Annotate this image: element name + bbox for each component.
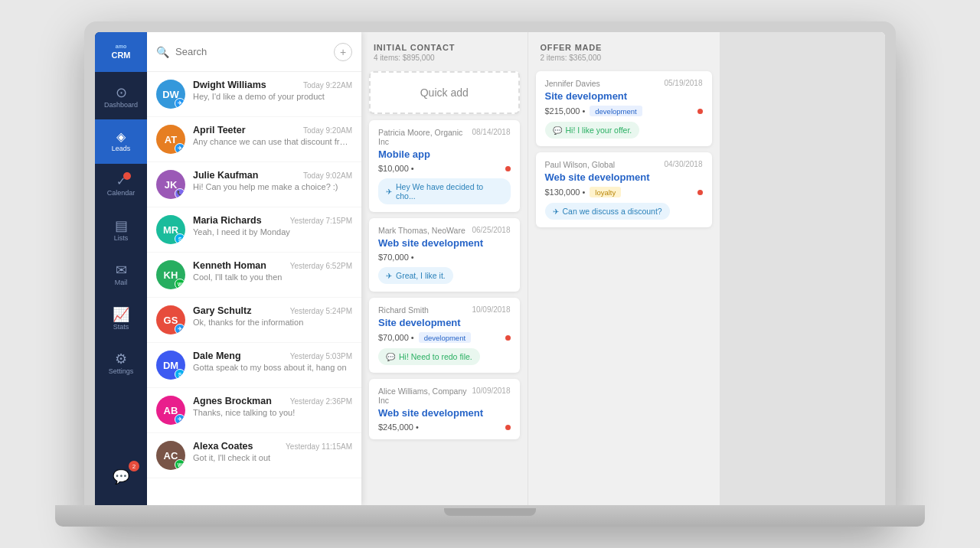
avatar: MR S [156, 215, 185, 244]
list-item[interactable]: AC W Alexa Coates Yesterday 11:15AM Got … [147, 433, 361, 478]
deal-date: 04/30/2018 [664, 160, 702, 168]
list-item[interactable]: KH W Kenneth Homan Yesterday 6:52PM Cool… [147, 253, 361, 298]
deal-card[interactable]: Alice Williams, Company Inc 10/09/2018 W… [369, 379, 520, 439]
col-title-initial-contact: INITIAL CONTACT [374, 43, 515, 52]
sidebar-item-mail[interactable]: ✉ Mail [95, 253, 147, 297]
deal-dot [505, 425, 511, 430]
stats-icon: 📈 [113, 308, 129, 321]
deal-dot [505, 166, 511, 171]
deal-card[interactable]: Paul Wilson, Global 04/30/2018 Web site … [536, 152, 712, 227]
message-time: Today 9:20AM [303, 126, 352, 135]
sidebar-label-dashboard: Dashboard [104, 102, 138, 109]
sidebar-label-stats: Stats [113, 324, 129, 331]
deal-card[interactable]: Patricia Moore, Organic Inc 08/14/2018 M… [369, 120, 520, 212]
deal-contact: Richard Smith [378, 305, 429, 315]
deal-message: ✈ Can we discuss a discount? [545, 203, 670, 220]
deal-dot [697, 190, 703, 195]
lists-icon: ▤ [115, 219, 128, 233]
quick-add-button[interactable]: Quick add [369, 71, 520, 114]
message-preview: Hey, I'd like a demo of your product [193, 92, 352, 101]
sidebar-label-lists: Lists [114, 235, 129, 242]
pipeline-col-initial-contact: INITIAL CONTACT 4 items: $895,000 Quick … [361, 32, 528, 505]
col-body-initial-contact: Quick add Patricia Moore, Organic Inc 08… [361, 68, 528, 505]
message-time: Yesterday 2:36PM [290, 397, 352, 406]
deal-amount: $215,000 • [545, 106, 586, 116]
message-preview: Ok, thanks for the information [193, 318, 352, 327]
deal-date: 06/25/2018 [472, 226, 510, 234]
message-time: Yesterday 6:52PM [290, 262, 352, 270]
message-body: Maria Richards Yesterday 7:15PM Yeah, I … [193, 215, 352, 236]
list-item[interactable]: MR S Maria Richards Yesterday 7:15PM Yea… [147, 207, 361, 253]
sidebar-label-settings: Settings [109, 368, 134, 375]
sidebar-item-dashboard[interactable]: ⊙ Dashboard [95, 75, 147, 119]
message-body: Dwight Williams Today 9:22AM Hey, I'd li… [193, 80, 352, 101]
deal-card[interactable]: Mark Thomas, NeoWare 06/25/2018 Web site… [369, 218, 520, 292]
search-input[interactable] [175, 46, 328, 57]
deal-title: Mobile app [378, 148, 511, 160]
deal-contact: Jennifer Davies [545, 79, 600, 88]
crm-app: amo CRM ⊙ Dashboard ◈ Leads ✓ [95, 32, 885, 505]
list-item[interactable]: GS ✈ Gary Schultz Yesterday 5:24PM Ok, t… [147, 298, 361, 343]
avatar: AC W [156, 441, 185, 470]
deal-title: Web site development [378, 407, 511, 419]
deal-card[interactable]: Jennifer Davies 05/19/2018 Site developm… [536, 71, 712, 146]
sidebar-item-chat[interactable]: 💬 2 [95, 455, 147, 499]
deal-contact: Paul Wilson, Global [545, 160, 616, 169]
message-badge: ✈ [175, 143, 185, 154]
sidebar-item-stats[interactable]: 📈 Stats [95, 297, 147, 341]
sidebar-item-settings[interactable]: ⚙ Settings [95, 341, 147, 386]
add-contact-button[interactable]: + [334, 43, 352, 61]
deal-amount: $130,000 • [545, 188, 586, 197]
sidebar-item-calendar[interactable]: ✓ Calendar [95, 164, 147, 208]
list-item[interactable]: JK 📞 Julie Kaufman Today 9:02AM Hi! Can … [147, 162, 361, 207]
message-header: 🔍 + [147, 32, 361, 72]
avatar: JK 📞 [156, 170, 185, 199]
col-header-initial-contact: INITIAL CONTACT 4 items: $895,000 [361, 32, 528, 68]
sidebar-item-leads[interactable]: ◈ Leads [95, 119, 147, 164]
sidebar-label-calendar: Calendar [107, 190, 136, 197]
deal-amount: $70,000 • [378, 333, 414, 342]
message-icon: 💬 [553, 126, 562, 135]
message-body: Agnes Brockman Yesterday 2:36PM Thanks, … [193, 396, 352, 417]
deal-dot [505, 335, 511, 341]
chat-icon: 💬 [113, 470, 129, 484]
search-icon: 🔍 [156, 46, 169, 58]
deal-message: 💬 Hi! I like your offer. [545, 122, 640, 139]
laptop-base [55, 505, 924, 527]
message-panel: 🔍 + DW ✈ Dwight Williams Today 9:22AM He… [147, 32, 361, 505]
list-item[interactable]: DW ✈ Dwight Williams Today 9:22AM Hey, I… [147, 72, 361, 117]
sidebar-label-mail: Mail [115, 279, 128, 286]
message-list: DW ✈ Dwight Williams Today 9:22AM Hey, I… [147, 72, 361, 505]
sidebar-item-lists[interactable]: ▤ Lists [95, 208, 147, 253]
deal-amount: $70,000 • [378, 253, 414, 262]
deal-tag: loyalty [590, 187, 621, 197]
deal-card[interactable]: Richard Smith 10/09/2018 Site developmen… [369, 298, 520, 373]
list-item[interactable]: AB ✈ Agnes Brockman Yesterday 2:36PM Tha… [147, 388, 361, 433]
avatar: KH W [156, 260, 185, 289]
chat-badge: 2 [129, 461, 139, 471]
message-time: Yesterday 7:15PM [290, 217, 352, 225]
deal-dot [697, 109, 703, 114]
sidebar: amo CRM ⊙ Dashboard ◈ Leads ✓ [95, 32, 147, 505]
contact-name: Dale Meng [193, 351, 241, 361]
message-time: Yesterday 5:03PM [290, 352, 352, 360]
deal-tag: development [419, 332, 471, 343]
message-preview: Hi! Can you help me make a choice? :) [193, 182, 352, 191]
message-time: Yesterday 5:24PM [290, 307, 352, 315]
col-title-offer-made: OFFER MADE [541, 43, 707, 52]
message-icon: 💬 [386, 353, 395, 361]
list-item[interactable]: AT ✈ April Teeter Today 9:20AM Any chanc… [147, 117, 361, 162]
message-preview: Gotta speak to my boss about it, hang on [193, 363, 352, 372]
message-badge: 📞 [175, 188, 185, 199]
calendar-icon: ✓ [116, 175, 126, 188]
crm-main: INITIAL CONTACT 4 items: $895,000 Quick … [361, 32, 885, 505]
dashboard-icon: ⊙ [116, 86, 127, 99]
col-meta-offer-made: 2 items: $365,000 [541, 54, 707, 62]
message-body: Dale Meng Yesterday 5:03PM Gotta speak t… [193, 351, 352, 372]
message-icon: ✈ [386, 272, 392, 280]
message-preview: Any chance we can use that discount from… [193, 137, 352, 146]
crm-right-overlay [720, 32, 886, 505]
trackpad-notch [444, 508, 536, 516]
logo-text: amo CRM [111, 44, 130, 60]
list-item[interactable]: DM S Dale Meng Yesterday 5:03PM Gotta sp… [147, 343, 361, 388]
